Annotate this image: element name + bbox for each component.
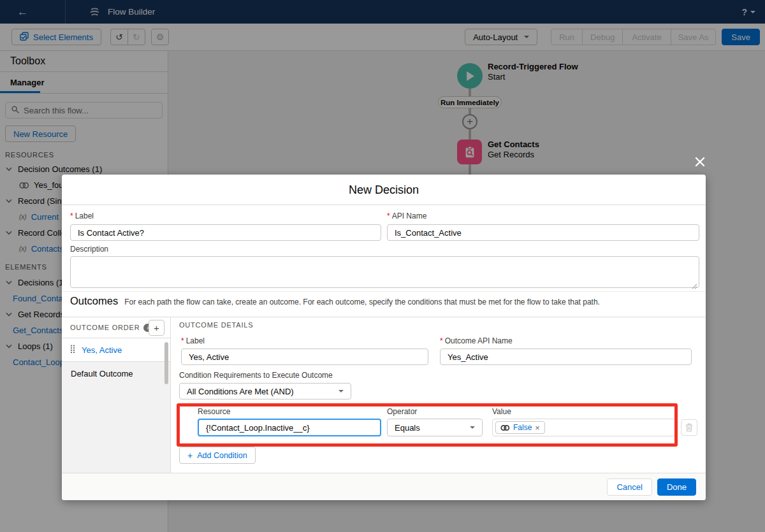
resource-input[interactable] — [198, 419, 381, 436]
delete-condition-button[interactable] — [681, 419, 697, 436]
label-field-label: Label — [70, 212, 94, 220]
value-label: Value — [492, 407, 511, 416]
description-label: Description — [70, 245, 108, 254]
api-name-input[interactable] — [387, 224, 699, 241]
remove-value-icon[interactable]: × — [535, 423, 540, 433]
modal-close-button[interactable] — [693, 155, 707, 169]
outcome-api-name-label: Outcome API Name — [440, 336, 513, 345]
outcome-item-yes-active[interactable]: Yes, Active — [62, 338, 170, 362]
operator-label: Operator — [387, 407, 417, 416]
outcomes-title: Outcomes — [70, 295, 118, 307]
operator-dropdown[interactable]: Equals — [387, 419, 483, 436]
toggle-icon — [500, 424, 510, 431]
chevron-down-icon — [339, 390, 344, 392]
plus-icon: + — [187, 450, 193, 461]
drag-handle-icon[interactable] — [70, 345, 75, 356]
outcome-order-title: OUTCOME ORDER — [70, 324, 140, 331]
condition-requirements-dropdown[interactable]: All Conditions Are Met (AND) — [179, 383, 351, 399]
condition-requirements-value: All Conditions Are Met (AND) — [187, 387, 294, 396]
divider — [62, 291, 706, 292]
outcome-label-input[interactable] — [181, 349, 428, 365]
cancel-button[interactable]: Cancel — [607, 478, 652, 496]
value-combobox[interactable]: False × — [492, 419, 676, 436]
description-textarea[interactable] — [70, 256, 699, 288]
chevron-down-icon — [470, 426, 475, 429]
outcome-list-scrollbar[interactable] — [164, 342, 168, 384]
value-pill[interactable]: False × — [495, 421, 545, 434]
value-pill-label: False — [513, 423, 532, 432]
label-input[interactable] — [70, 224, 381, 241]
outcomes-heading: Outcomes For each path the flow can take… — [70, 295, 600, 307]
resource-label: Resource — [198, 407, 230, 416]
new-decision-modal: New Decision Label API Name Description … — [62, 175, 706, 500]
condition-requirements-label: Condition Requirements to Execute Outcom… — [179, 371, 333, 380]
operator-value: Equals — [395, 423, 420, 433]
outcomes-helper-text: For each path the flow can take, create … — [124, 298, 600, 306]
flow-builder-app: ← Flow Builder ? Select Elements — [0, 0, 765, 532]
add-condition-label: Add Condition — [197, 451, 247, 460]
outcome-order-panel: OUTCOME ORDER i + Yes, Active Default Ou… — [62, 317, 171, 473]
api-name-field-label: API Name — [387, 212, 426, 220]
done-button[interactable]: Done — [657, 478, 696, 496]
add-outcome-button[interactable]: + — [149, 320, 164, 336]
outcome-label-label: Label — [181, 336, 205, 345]
outcome-order-header: OUTCOME ORDER i + — [62, 317, 170, 338]
modal-footer: Cancel Done — [62, 473, 706, 500]
outcome-item-label: Yes, Active — [82, 345, 122, 355]
outcome-api-name-input[interactable] — [440, 349, 692, 365]
trash-icon — [685, 423, 693, 432]
outcome-details-title: OUTCOME DETAILS — [179, 321, 253, 329]
add-condition-button[interactable]: + Add Condition — [179, 447, 256, 464]
close-icon — [695, 157, 705, 167]
modal-title: New Decision — [62, 175, 706, 205]
outcome-item-default[interactable]: Default Outcome — [62, 362, 170, 385]
outcome-item-label: Default Outcome — [71, 369, 133, 378]
